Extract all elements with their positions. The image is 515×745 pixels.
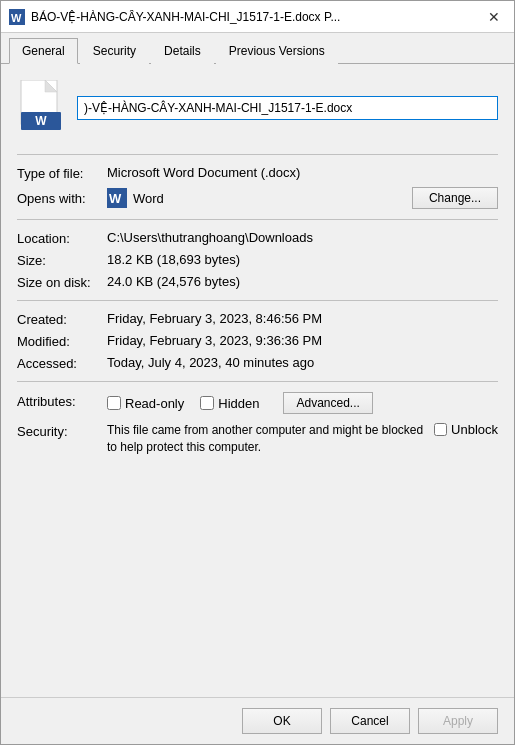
separator-2 (17, 219, 498, 220)
security-content: This file came from another computer and… (107, 422, 498, 456)
location-value: C:\Users\thutranghoang\Downloads (107, 230, 498, 245)
opens-with-value: W Word Change... (107, 187, 498, 209)
apply-button[interactable]: Apply (418, 708, 498, 734)
main-content: W )-VỆ-HÀNG-CÂY-XANH-MAI-CHI_J1517-1-E.d… (1, 64, 514, 697)
accessed-row: Accessed: Today, July 4, 2023, 40 minute… (17, 355, 498, 371)
svg-text:W: W (109, 191, 122, 206)
security-label: Security: (17, 422, 107, 439)
attributes-label: Attributes: (17, 392, 107, 409)
title-bar: W BẢO-VỆ-HÀNG-CÂY-XANH-MAI-CHI_J1517-1-E… (1, 1, 514, 33)
size-on-disk-value: 24.0 KB (24,576 bytes) (107, 274, 498, 289)
hidden-checkbox[interactable] (200, 396, 214, 410)
type-of-file-value: Microsoft Word Document (.docx) (107, 165, 498, 180)
accessed-value: Today, July 4, 2023, 40 minutes ago (107, 355, 498, 370)
tab-security[interactable]: Security (80, 38, 149, 64)
separator-4 (17, 381, 498, 382)
unblock-label: Unblock (451, 422, 498, 437)
size-on-disk-row: Size on disk: 24.0 KB (24,576 bytes) (17, 274, 498, 290)
modified-row: Modified: Friday, February 3, 2023, 9:36… (17, 333, 498, 349)
tabs-bar: General Security Details Previous Versio… (1, 33, 514, 64)
size-on-disk-label: Size on disk: (17, 274, 107, 290)
file-name-display: )-VỆ-HÀNG-CÂY-XANH-MAI-CHI_J1517-1-E.doc… (77, 96, 498, 120)
size-row: Size: 18.2 KB (18,693 bytes) (17, 252, 498, 268)
hidden-label: Hidden (218, 396, 259, 411)
created-label: Created: (17, 311, 107, 327)
type-of-file-label: Type of file: (17, 165, 107, 181)
modified-value: Friday, February 3, 2023, 9:36:36 PM (107, 333, 498, 348)
tab-previous-versions[interactable]: Previous Versions (216, 38, 338, 64)
title-bar-text: BẢO-VỆ-HÀNG-CÂY-XANH-MAI-CHI_J1517-1-E.d… (31, 10, 340, 24)
attributes-row: Attributes: Read-only Hidden Advanced... (17, 392, 498, 414)
size-label: Size: (17, 252, 107, 268)
opens-with-label: Opens with: (17, 190, 107, 206)
svg-text:W: W (35, 114, 47, 128)
size-value: 18.2 KB (18,693 bytes) (107, 252, 498, 267)
security-text: This file came from another computer and… (107, 422, 426, 456)
modified-label: Modified: (17, 333, 107, 349)
word-title-icon: W (9, 9, 25, 25)
change-button[interactable]: Change... (412, 187, 498, 209)
separator-1 (17, 154, 498, 155)
type-of-file-section: Type of file: Microsoft Word Document (.… (17, 165, 498, 209)
tab-details[interactable]: Details (151, 38, 214, 64)
created-row: Created: Friday, February 3, 2023, 8:46:… (17, 311, 498, 327)
close-button[interactable]: ✕ (482, 5, 506, 29)
advanced-button[interactable]: Advanced... (283, 392, 372, 414)
dialog-window: W BẢO-VỆ-HÀNG-CÂY-XANH-MAI-CHI_J1517-1-E… (0, 0, 515, 745)
opens-with-row: Opens with: W Word Change... (17, 187, 498, 209)
accessed-label: Accessed: (17, 355, 107, 371)
type-of-file-row: Type of file: Microsoft Word Document (.… (17, 165, 498, 181)
ok-button[interactable]: OK (242, 708, 322, 734)
title-bar-left: W BẢO-VỆ-HÀNG-CÂY-XANH-MAI-CHI_J1517-1-E… (9, 9, 340, 25)
hidden-checkbox-label[interactable]: Hidden (200, 396, 259, 411)
readonly-label: Read-only (125, 396, 184, 411)
tab-general[interactable]: General (9, 38, 78, 64)
svg-text:W: W (11, 12, 22, 24)
cancel-button[interactable]: Cancel (330, 708, 410, 734)
created-value: Friday, February 3, 2023, 8:46:56 PM (107, 311, 498, 326)
attributes-controls: Read-only Hidden Advanced... (107, 392, 373, 414)
readonly-checkbox-label[interactable]: Read-only (107, 396, 184, 411)
unblock-area: Unblock (434, 422, 498, 437)
security-row: Security: This file came from another co… (17, 422, 498, 456)
location-label: Location: (17, 230, 107, 246)
file-icon: W (17, 80, 65, 136)
size-section: Location: C:\Users\thutranghoang\Downloa… (17, 230, 498, 290)
dates-section: Created: Friday, February 3, 2023, 8:46:… (17, 311, 498, 371)
location-row: Location: C:\Users\thutranghoang\Downloa… (17, 230, 498, 246)
unblock-checkbox[interactable] (434, 423, 447, 436)
readonly-checkbox[interactable] (107, 396, 121, 410)
file-header: W )-VỆ-HÀNG-CÂY-XANH-MAI-CHI_J1517-1-E.d… (17, 80, 498, 136)
word-app-icon: W (107, 188, 127, 208)
separator-3 (17, 300, 498, 301)
footer: OK Cancel Apply (1, 697, 514, 744)
app-name-label: Word (133, 191, 164, 206)
